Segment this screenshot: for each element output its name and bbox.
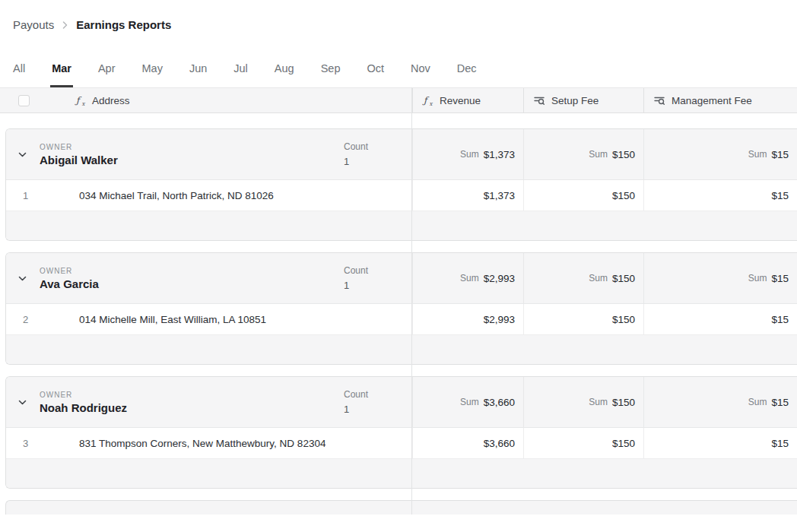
setup-fee-cell[interactable]: $150 [523, 428, 643, 458]
count-value: 1 [344, 156, 368, 167]
sum-value: $150 [612, 397, 635, 408]
month-tab-label: Sep [321, 62, 341, 74]
group-count: Count 1 [344, 141, 368, 167]
select-all-checkbox[interactable] [18, 95, 30, 106]
address-cell[interactable]: 3 831 Thompson Corners, New Matthewbury,… [6, 428, 412, 458]
group-owner-name: Abigail Walker [40, 154, 118, 166]
revenue-cell[interactable]: $2,993 [412, 304, 523, 334]
header-cell-management-fee[interactable]: Management Fee [643, 88, 797, 112]
month-tab-label: All [13, 62, 25, 74]
group-owner-block: OWNER Abigail Walker [40, 143, 118, 166]
group-footer-row [6, 459, 797, 488]
month-tab[interactable]: Jul [233, 62, 248, 87]
month-tab[interactable]: Dec [457, 62, 477, 87]
sum-value: $15 [771, 273, 789, 284]
month-tab-label: Apr [98, 62, 116, 74]
row-number: 2 [6, 314, 79, 325]
count-label: Count [344, 389, 368, 400]
month-tab[interactable]: May [142, 62, 163, 87]
next-group-card-partial [5, 500, 797, 515]
page-title: Earnings Reports [76, 18, 171, 31]
month-tab[interactable]: Aug [275, 62, 294, 87]
sum-label: Sum [589, 397, 608, 407]
setup-fee-cell[interactable]: $150 [523, 304, 643, 334]
month-tab[interactable]: Nov [411, 62, 430, 87]
chevron-down-icon[interactable] [17, 149, 28, 160]
sum-label: Sum [748, 397, 767, 407]
chevron-down-icon[interactable] [17, 273, 28, 284]
column-label: Address [92, 95, 130, 106]
month-tab-label: Jul [233, 62, 248, 74]
svg-text:ƒ: ƒ [75, 95, 82, 106]
group-card: OWNER Noah Rodriguez Count 1 Sum $3,660 … [5, 376, 797, 489]
sum-value: $1,373 [484, 149, 515, 160]
setup-fee-value: $150 [612, 314, 635, 325]
group-header-row: OWNER Abigail Walker Count 1 Sum $1,373 … [6, 129, 797, 180]
month-tab-label: Aug [275, 62, 294, 74]
group-sum-revenue: Sum $2,993 [412, 253, 523, 303]
management-fee-cell[interactable]: $15 [643, 304, 797, 334]
month-tab[interactable]: Jun [189, 62, 207, 87]
column-label: Revenue [440, 95, 481, 106]
address-cell[interactable]: 1 034 Michael Trail, North Patrick, ND 8… [6, 180, 412, 211]
month-tabs: All Mar Apr May Jun Jul Aug Sep Oct Nov … [13, 62, 797, 87]
table-row: 1 034 Michael Trail, North Patrick, ND 8… [6, 180, 797, 211]
sum-value: $15 [771, 149, 789, 160]
count-value: 1 [344, 404, 368, 415]
address-cell[interactable]: 2 014 Michelle Mill, East William, LA 10… [6, 304, 412, 334]
group-header-cell: OWNER Noah Rodriguez Count 1 [6, 377, 412, 427]
month-tab-label: Oct [367, 62, 384, 74]
revenue-value: $1,373 [484, 190, 515, 201]
setup-fee-value: $150 [612, 190, 635, 201]
group-count: Count 1 [344, 389, 368, 415]
management-fee-cell[interactable]: $15 [643, 428, 797, 458]
group-footer-row [6, 211, 797, 240]
group-sum-management-fee: Sum $15 [643, 253, 797, 303]
management-fee-value: $15 [771, 314, 789, 325]
column-label: Setup Fee [551, 95, 599, 106]
group-owner-block: OWNER Ava Garcia [40, 267, 99, 290]
group-field-label: OWNER [40, 391, 127, 399]
setup-fee-cell[interactable]: $150 [523, 180, 643, 211]
svg-text:x: x [430, 100, 433, 106]
svg-text:x: x [82, 100, 86, 106]
group-footer-row [6, 335, 797, 364]
revenue-cell[interactable]: $1,373 [412, 180, 523, 211]
header-cell-address[interactable]: ƒx Address [0, 88, 412, 112]
group-sum-management-fee: Sum $15 [643, 129, 797, 179]
sum-label: Sum [748, 273, 767, 283]
row-number: 1 [6, 190, 79, 201]
breadcrumb-parent-link[interactable]: Payouts [13, 18, 54, 31]
month-tab[interactable]: Sep [321, 62, 341, 87]
revenue-value: $2,993 [484, 314, 515, 325]
month-tab[interactable]: Mar [52, 62, 71, 87]
header-cell-setup-fee[interactable]: Setup Fee [523, 88, 643, 112]
chevron-down-icon[interactable] [17, 397, 28, 408]
group-header-cell: OWNER Ava Garcia Count 1 [6, 253, 412, 303]
chevron-right-icon [62, 21, 68, 30]
count-value: 1 [344, 280, 368, 291]
group-list: OWNER Abigail Walker Count 1 Sum $1,373 … [0, 128, 797, 489]
formula-icon: ƒx [422, 95, 433, 106]
month-tab[interactable]: All [13, 62, 25, 87]
address-value: 831 Thompson Corners, New Matthewbury, N… [79, 438, 325, 449]
revenue-cell[interactable]: $3,660 [412, 428, 523, 458]
column-label: Management Fee [672, 95, 752, 106]
sum-label: Sum [460, 149, 479, 160]
table-row: 2 014 Michelle Mill, East William, LA 10… [6, 304, 797, 335]
formula-icon: ƒx [75, 95, 86, 106]
month-tab-label: May [142, 62, 163, 74]
address-value: 034 Michael Trail, North Patrick, ND 810… [79, 190, 274, 201]
group-owner-name: Noah Rodriguez [40, 401, 127, 414]
management-fee-cell[interactable]: $15 [643, 180, 797, 211]
sum-label: Sum [460, 273, 479, 283]
revenue-value: $3,660 [484, 438, 515, 449]
group-header-row: OWNER Noah Rodriguez Count 1 Sum $3,660 … [6, 377, 797, 428]
month-tab[interactable]: Oct [367, 62, 384, 87]
group-sum-management-fee: Sum $15 [643, 377, 797, 427]
group-field-label: OWNER [40, 267, 99, 275]
address-value: 014 Michelle Mill, East William, LA 1085… [79, 314, 266, 325]
sum-value: $150 [612, 149, 635, 160]
month-tab[interactable]: Apr [98, 62, 116, 87]
header-cell-revenue[interactable]: ƒx Revenue [412, 88, 523, 112]
